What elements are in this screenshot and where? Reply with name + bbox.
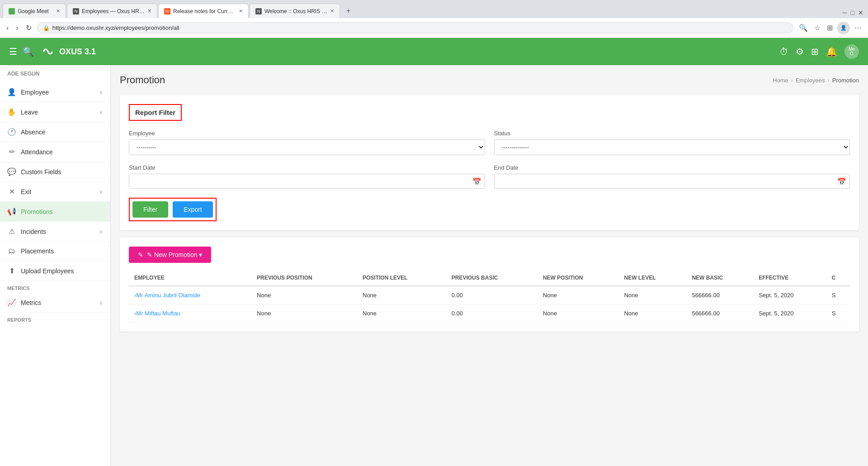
filter-actions-wrapper: Filter Export bbox=[129, 198, 217, 221]
leave-icon: ✋ bbox=[7, 108, 16, 116]
col-new-level: NEW LEVEL bbox=[618, 270, 686, 286]
promotions-icon: 📢 bbox=[7, 207, 16, 216]
table-card: ✎ ✎ New Promotion ▾ EMPLOYEE PREVIOUS PO… bbox=[120, 238, 859, 332]
sidebar-item-metrics[interactable]: 📈 Metrics ∨ bbox=[0, 293, 110, 313]
tab-label-google-meet: Google Meet bbox=[18, 8, 53, 14]
header-search-button[interactable]: 🔍 bbox=[23, 46, 34, 57]
close-window-button[interactable]: ✕ bbox=[856, 7, 865, 18]
sidebar-item-absence[interactable]: 🕐 Absence bbox=[0, 122, 110, 142]
browser-toolbar: ‹ › ↻ 🔒 🔍 ☆ ⊞ 👤 ⋯ bbox=[0, 18, 868, 38]
search-toolbar-icon[interactable]: 🔍 bbox=[797, 22, 810, 34]
star-icon[interactable]: ☆ bbox=[812, 22, 822, 34]
start-date-input[interactable] bbox=[129, 174, 485, 189]
gear-icon[interactable]: ⚙ bbox=[796, 46, 804, 57]
sidebar-item-leave[interactable]: ✋ Leave ∨ bbox=[0, 102, 110, 122]
filter-card: Report Filter Employee ---------- Status… bbox=[120, 95, 859, 230]
sidebar-user-label: ADE SEGUN bbox=[0, 65, 110, 82]
chevron-down-icon-exit: ∨ bbox=[99, 189, 103, 195]
page-title: Promotion bbox=[120, 74, 165, 86]
table-row: ›Mr Aminu Jubril Olamide None None 0.00 … bbox=[129, 286, 850, 304]
chevron-down-icon-leave: ∨ bbox=[99, 109, 103, 115]
address-bar[interactable]: 🔒 bbox=[37, 22, 793, 33]
col-position-level: POSITION LEVEL bbox=[357, 270, 446, 286]
col-prev-basic: PREVIOUS BASIC bbox=[446, 270, 538, 286]
cell-new-position-0: None bbox=[538, 286, 619, 304]
notification-bell-icon[interactable]: 🔔 bbox=[826, 46, 837, 57]
user-me-button[interactable]: Me O bbox=[844, 44, 859, 59]
cell-employee-1[interactable]: ›Mr Miftau Muftau bbox=[129, 304, 251, 323]
tab-close-google-meet[interactable]: ✕ bbox=[56, 8, 60, 14]
sidebar-label-placements: Placements bbox=[21, 247, 103, 255]
breadcrumb-current: Promotion bbox=[832, 77, 859, 84]
new-tab-button[interactable]: + bbox=[341, 4, 355, 18]
tab-release-notes[interactable]: W Release notes for Current Chann... ✕ bbox=[158, 4, 249, 18]
sidebar-item-attendance[interactable]: ✏ Attendance bbox=[0, 142, 110, 162]
sidebar-label-custom-fields: Custom Fields bbox=[21, 168, 103, 176]
breadcrumb-sep-1: › bbox=[791, 77, 793, 84]
end-date-group: End Date 📅 bbox=[494, 164, 850, 189]
status-select[interactable]: -------------- bbox=[494, 139, 850, 155]
metrics-section-label: METRICS bbox=[0, 281, 110, 293]
exit-icon: ✕ bbox=[7, 187, 16, 196]
sidebar-label-leave: Leave bbox=[21, 109, 94, 116]
tab-close-release-notes[interactable]: ✕ bbox=[239, 8, 243, 14]
tab-close-employees[interactable]: ✕ bbox=[147, 8, 151, 14]
tab-welcome[interactable]: N Welcome :: Oxus HRIS 3.1 ✕ bbox=[250, 4, 340, 18]
sidebar-item-custom-fields[interactable]: 💬 Custom Fields bbox=[0, 162, 110, 182]
end-date-calendar-icon[interactable]: 📅 bbox=[837, 177, 846, 185]
tab-label-employees: Employees — Oxus HR & Payrol... bbox=[82, 8, 145, 14]
app-body: ADE SEGUN 👤 Employee ∨ ✋ Leave ∨ 🕐 Absen… bbox=[0, 65, 868, 466]
attendance-icon: ✏ bbox=[7, 147, 16, 156]
cell-position-level-0: None bbox=[357, 286, 446, 304]
sidebar-item-exit[interactable]: ✕ Exit ∨ bbox=[0, 182, 110, 202]
sidebar-item-promotions[interactable]: 📢 Promotions bbox=[0, 202, 110, 222]
url-input[interactable] bbox=[52, 24, 788, 31]
breadcrumb-home[interactable]: Home bbox=[773, 77, 788, 84]
start-date-calendar-icon[interactable]: 📅 bbox=[472, 177, 481, 185]
cell-c-1: S bbox=[826, 304, 850, 323]
breadcrumb-employees[interactable]: Employees bbox=[796, 77, 825, 84]
chevron-down-icon-employee: ∨ bbox=[99, 89, 103, 95]
end-date-wrap: 📅 bbox=[494, 174, 850, 189]
status-label: Status bbox=[494, 130, 850, 137]
sidebar-label-absence: Absence bbox=[21, 128, 103, 136]
maximize-button[interactable]: □ bbox=[849, 7, 856, 18]
clock-icon[interactable]: ⏱ bbox=[779, 47, 788, 57]
sidebar-label-exit: Exit bbox=[21, 188, 94, 195]
export-button[interactable]: Export bbox=[173, 201, 212, 218]
forward-button[interactable]: › bbox=[14, 22, 20, 34]
back-button[interactable]: ‹ bbox=[5, 22, 10, 34]
col-effective: EFFECTIVE bbox=[753, 270, 826, 286]
grid-icon[interactable]: ⊞ bbox=[811, 46, 819, 57]
sidebar-item-employee[interactable]: 👤 Employee ∨ bbox=[0, 82, 110, 102]
cell-prev-basic-1: 0.00 bbox=[446, 304, 538, 323]
favicon-employees: N bbox=[73, 8, 79, 14]
more-options-icon[interactable]: ⋯ bbox=[853, 22, 863, 34]
favicon-welcome: N bbox=[255, 8, 262, 14]
filter-button[interactable]: Filter bbox=[132, 201, 168, 218]
col-prev-position: PREVIOUS POSITION bbox=[251, 270, 357, 286]
col-new-basic: NEW BASIC bbox=[686, 270, 753, 286]
cell-employee-0[interactable]: ›Mr Aminu Jubril Olamide bbox=[129, 286, 251, 304]
user-avatar[interactable]: 👤 bbox=[837, 22, 850, 34]
new-promotion-label: ✎ New Promotion ▾ bbox=[147, 251, 202, 258]
start-date-group: Start Date 📅 bbox=[129, 164, 485, 189]
sidebar-item-incidents[interactable]: ⚠ Incidents ∨ bbox=[0, 222, 110, 242]
favicon-google-meet bbox=[9, 8, 15, 14]
sidebar: ADE SEGUN 👤 Employee ∨ ✋ Leave ∨ 🕐 Absen… bbox=[0, 65, 111, 466]
refresh-button[interactable]: ↻ bbox=[24, 22, 33, 34]
minimize-button[interactable]: ─ bbox=[841, 7, 849, 18]
sidebar-item-upload-employees[interactable]: ⬆ Upload Employees bbox=[0, 261, 110, 281]
sidebar-item-placements[interactable]: 🗂 Placements bbox=[0, 242, 110, 261]
col-c: C bbox=[826, 270, 850, 286]
lock-icon: 🔒 bbox=[43, 25, 50, 31]
new-promotion-button[interactable]: ✎ ✎ New Promotion ▾ bbox=[129, 247, 211, 263]
start-date-wrap: 📅 bbox=[129, 174, 485, 189]
extensions-icon[interactable]: ⊞ bbox=[825, 22, 835, 34]
employee-select[interactable]: ---------- bbox=[129, 139, 485, 155]
tab-google-meet[interactable]: Google Meet ✕ bbox=[3, 4, 66, 18]
tab-close-welcome[interactable]: ✕ bbox=[330, 8, 334, 14]
hamburger-menu-button[interactable]: ☰ bbox=[9, 46, 17, 57]
tab-employees[interactable]: N Employees — Oxus HR & Payrol... ✕ bbox=[67, 4, 157, 18]
end-date-input[interactable] bbox=[494, 174, 850, 189]
